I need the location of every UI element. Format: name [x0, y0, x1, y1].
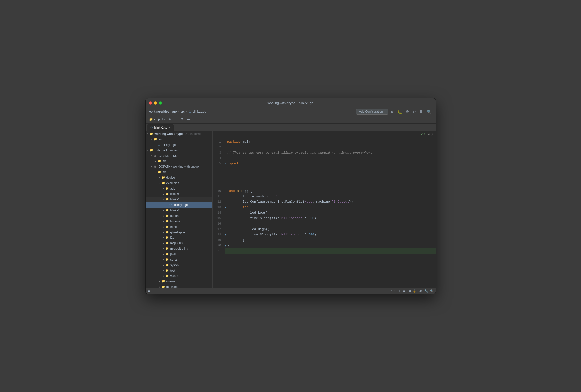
- sidebar-item-serial[interactable]: ▶ 📁 serial: [146, 257, 212, 262]
- project-dropdown-button[interactable]: 📁 Project ▾: [148, 117, 166, 122]
- sidebar-item-blinky1-go[interactable]: ▶ ⬡ blinky1.go: [146, 202, 212, 208]
- stop-button[interactable]: ⏹: [418, 109, 424, 114]
- sidebar-item-root[interactable]: ▾ 📁 working-with-tinygo ~/GolandPro: [146, 131, 212, 137]
- scope-button[interactable]: ⊕: [167, 117, 173, 122]
- code-line-14: led.Low(): [225, 210, 436, 216]
- sidebar-item-blinky2[interactable]: ▶ 📁 blinky2: [146, 208, 212, 213]
- sidebar-item-gba-display[interactable]: ▶ 📁 gba-display: [146, 230, 212, 235]
- search-icon[interactable]: 🔍: [430, 289, 434, 293]
- arrow-gosdk: ▾: [150, 154, 154, 157]
- breadcrumb-file[interactable]: blinky1.go: [192, 110, 206, 113]
- blinky1-go-label: blinky1.go: [174, 203, 188, 207]
- code-line-7: [225, 172, 436, 177]
- token-func: func: [227, 188, 235, 194]
- sidebar-item-mcp3008[interactable]: ▶ 📁 mcp3008: [146, 240, 212, 246]
- sidebar-item-external[interactable]: ▾ 📁 External Libraries: [146, 148, 212, 153]
- sidebar-item-button2[interactable]: ▶ 📁 button2: [146, 219, 212, 224]
- check-count: 1: [424, 133, 426, 136]
- arrow-gopath: ▾: [150, 165, 154, 168]
- sidebar-item-pwm[interactable]: ▶ 📁 pwm: [146, 251, 212, 257]
- sidebar-item-device[interactable]: ▶ 📁 device: [146, 175, 212, 180]
- go-file-icon-blinky1: ⬡: [170, 203, 174, 206]
- nav-back-button[interactable]: ↩: [412, 109, 417, 114]
- i2s-label: i2s: [170, 236, 174, 240]
- blinky1-folder-label: blinky1: [170, 198, 180, 201]
- close-sidebar-button[interactable]: —: [186, 117, 192, 122]
- run-config-button[interactable]: ⚙: [404, 109, 410, 114]
- wrench-icon[interactable]: 🔧: [425, 289, 428, 293]
- folder-icon-device: 📁: [162, 176, 166, 179]
- sidebar-item-gopath[interactable]: ▾ ▦ GOPATH <working-with-tinygo>: [146, 164, 212, 169]
- code-line-3: // This is the most minimal blinky examp…: [225, 150, 436, 155]
- editor-header: ✔ 1 ∨ ∧: [213, 131, 436, 138]
- sidebar-item-test[interactable]: ▶ 📁 test: [146, 268, 212, 273]
- sidebar-item-i2s[interactable]: ▶ 📁 i2s: [146, 235, 212, 240]
- code-line-15: time.Sleep(time.Millisecond * 500): [225, 216, 436, 221]
- code-content[interactable]: package main // This is the most minimal…: [225, 138, 436, 288]
- minimize-button[interactable]: [154, 101, 157, 105]
- sidebar-item-blinkm[interactable]: ▶ 📁 blinkm: [146, 191, 212, 197]
- arrow-blinky1-folder: ▾: [162, 198, 166, 201]
- folder-icon-test: 📁: [166, 269, 170, 272]
- sidebar-item-blinky1-folder[interactable]: ▾ 📁 blinky1: [146, 197, 212, 202]
- token-PinOutput: PinOutput: [332, 199, 349, 205]
- sidebar-item-systick[interactable]: ▶ 📁 systick: [146, 262, 212, 268]
- sidebar-item-machine[interactable]: ▶ 📁 machine: [146, 284, 212, 288]
- line-ending[interactable]: LF: [398, 289, 401, 292]
- run-button[interactable]: ▶: [390, 109, 394, 114]
- cursor-position[interactable]: 21:1: [390, 289, 396, 292]
- code-line-1: package main: [225, 139, 436, 145]
- ln-2: 2: [213, 145, 223, 150]
- folder-icon-blinkm: 📁: [166, 192, 170, 196]
- maximize-button[interactable]: [158, 101, 162, 105]
- sidebar-item-wasm[interactable]: ▶ 📁 wasm: [146, 273, 212, 279]
- nav-down-button[interactable]: ∨: [428, 132, 430, 136]
- folder-icon-root: 📁: [150, 132, 154, 135]
- add-config-button[interactable]: Add Configuration...: [356, 109, 388, 114]
- breadcrumb-bar: working-with-tinygo › src › ⬡ blinky1.go…: [146, 108, 436, 116]
- project-label: Project: [154, 118, 163, 121]
- sidebar-item-gosdk[interactable]: ▾ ▦ Go SDK 1.13.8: [146, 153, 212, 158]
- gosdk-src-label: src: [162, 159, 166, 163]
- filter-icon: ⫶: [175, 118, 177, 121]
- lock-icon[interactable]: 🔒: [413, 289, 416, 293]
- breadcrumb-project[interactable]: working-with-tinygo: [148, 110, 177, 113]
- token-Low: Low: [258, 210, 264, 216]
- adc-label: adc: [170, 187, 175, 190]
- code-line-5: ◀ import ...: [225, 161, 436, 166]
- test-label: test: [170, 269, 175, 272]
- view-options-button[interactable]: ⫶: [174, 117, 178, 122]
- sidebar-item-examples[interactable]: ▾ 📁 examples: [146, 180, 212, 186]
- tab-blinky1-go[interactable]: ⬡ blinky1.go ×: [147, 124, 174, 131]
- sidebar-item-gosdk-src[interactable]: ▶ 📁 src: [146, 158, 212, 164]
- sidebar-item-button[interactable]: ▶ 📁 button: [146, 213, 212, 219]
- sidebar-item-microbit-blink[interactable]: ▶ 📁 microbit-blink: [146, 246, 212, 251]
- nav-up-button[interactable]: ∧: [431, 132, 434, 136]
- code-line-16: [225, 221, 436, 227]
- breadcrumb-file-icon: ⬡: [188, 110, 191, 113]
- sidebar-item-gopath-src[interactable]: ▾ 📁 src: [146, 169, 212, 175]
- search-button[interactable]: 🔍: [426, 109, 433, 114]
- sidebar-item-internal[interactable]: ▶ 📁 internal: [146, 279, 212, 284]
- sidebar-item-root-src[interactable]: ▾ 📁 src: [146, 137, 212, 142]
- sidebar-item-root-blinky1[interactable]: ▶ ⬡ blinky1.go: [146, 142, 212, 148]
- ln-8: [213, 177, 223, 183]
- tab-close-button[interactable]: ×: [169, 126, 171, 129]
- run-marker[interactable]: ▶: [225, 188, 226, 194]
- breadcrumb-src[interactable]: src: [181, 110, 185, 113]
- encoding[interactable]: UTF-8: [403, 289, 411, 292]
- arrow-i2s: ▶: [162, 237, 166, 239]
- titlebar: working-with-tinygo – blinky1.go: [146, 98, 436, 108]
- sidebar-toggle-icon[interactable]: ▣: [148, 289, 150, 293]
- sidebar-item-echo[interactable]: ▶ 📁 echo: [146, 224, 212, 230]
- sidebar-item-adc[interactable]: ▶ 📁 adc: [146, 186, 212, 191]
- ln-17: 17: [213, 227, 223, 232]
- gopath-src-label: src: [162, 170, 166, 174]
- close-button[interactable]: [148, 101, 152, 105]
- indent-type[interactable]: Tab: [418, 289, 423, 292]
- folder-icon-root-src: 📁: [154, 138, 158, 141]
- ln-7: [213, 172, 223, 177]
- debug-button[interactable]: 🐛: [396, 109, 403, 114]
- settings-button[interactable]: ⚙: [179, 117, 185, 122]
- arrow-wasm: ▶: [162, 275, 166, 277]
